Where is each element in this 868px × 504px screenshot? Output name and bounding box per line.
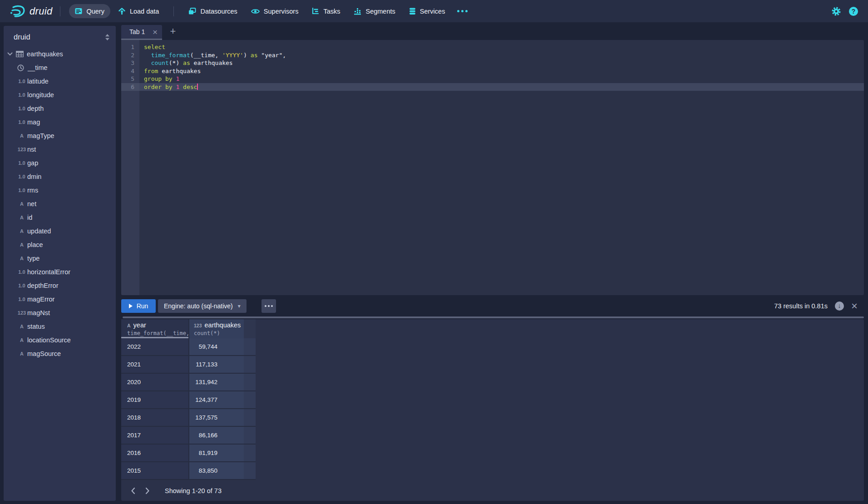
type-badge-float: 1.0 bbox=[17, 106, 27, 111]
type-badge-string: A bbox=[17, 228, 27, 234]
tree-item-updated[interactable]: Aupdated bbox=[4, 224, 116, 238]
cell-year[interactable]: 2016 bbox=[121, 445, 189, 462]
type-badge-string: A bbox=[17, 201, 27, 207]
navbar-right: ? bbox=[831, 6, 868, 16]
tree-item-earthquakes[interactable]: earthquakes bbox=[4, 47, 116, 61]
nav-item-tasks[interactable]: Tasks bbox=[306, 4, 346, 18]
tree-item-magType[interactable]: AmagType bbox=[4, 129, 116, 143]
column-label: gap bbox=[27, 159, 38, 167]
run-label: Run bbox=[137, 302, 148, 310]
tree-item-depthError[interactable]: 1.0depthError bbox=[4, 279, 116, 292]
cell-year[interactable]: 2020 bbox=[121, 374, 189, 391]
column-label: depth bbox=[27, 105, 44, 112]
tree-item-type[interactable]: Atype bbox=[4, 252, 116, 265]
cell-earthquakes[interactable]: 117,133 bbox=[189, 356, 244, 374]
cell-earthquakes[interactable]: 81,919 bbox=[189, 445, 244, 462]
tree-item-dmin[interactable]: 1.0dmin bbox=[4, 170, 116, 183]
sort-columns-icon[interactable] bbox=[104, 34, 110, 41]
nav-item-services[interactable]: Services bbox=[403, 4, 451, 18]
table-row: 2016 81,919 bbox=[121, 445, 864, 462]
type-badge-int: 123 bbox=[17, 147, 27, 152]
type-badge-string: A bbox=[17, 242, 27, 247]
tree-item-magSource[interactable]: AmagSource bbox=[4, 347, 116, 361]
sql-code[interactable]: select time_format(__time, 'YYYY') as "y… bbox=[139, 40, 864, 295]
tree-item-id[interactable]: Aid bbox=[4, 211, 116, 224]
type-badge-string: A bbox=[17, 351, 27, 356]
tree-item-latitude[interactable]: 1.0latitude bbox=[4, 74, 116, 88]
cell-earthquakes[interactable]: 83,850 bbox=[189, 462, 244, 480]
nav-item-datasources[interactable]: Datasources bbox=[182, 4, 243, 18]
tree-item-place[interactable]: Aplace bbox=[4, 238, 116, 252]
cell-year[interactable]: 2018 bbox=[121, 409, 189, 427]
code-line: select bbox=[139, 43, 864, 51]
nav-item-query[interactable]: Query bbox=[69, 4, 110, 18]
column-header-year[interactable]: Ayear time_format(__time, … bbox=[121, 319, 189, 338]
cell-earthquakes[interactable]: 131,942 bbox=[189, 374, 244, 391]
cell-earthquakes[interactable]: 137,575 bbox=[189, 409, 244, 427]
cell-year[interactable]: 2017 bbox=[121, 427, 189, 445]
tab-label: Tab 1 bbox=[129, 28, 145, 35]
brand-wordmark: druid bbox=[30, 5, 52, 17]
type-badge-float: 1.0 bbox=[17, 119, 27, 125]
cell-earthquakes[interactable]: 86,166 bbox=[189, 427, 244, 445]
gear-icon[interactable] bbox=[831, 6, 841, 16]
nav-item-segments[interactable]: Segments bbox=[348, 4, 401, 18]
download-icon[interactable]: ↓ bbox=[835, 301, 844, 311]
cell-earthquakes[interactable]: 59,744 bbox=[189, 338, 244, 356]
tree-item-longitude[interactable]: 1.0longitude bbox=[4, 88, 116, 102]
tree-item-net[interactable]: Anet bbox=[4, 197, 116, 211]
sidebar-header: druid bbox=[4, 26, 116, 45]
tasks-icon bbox=[312, 8, 319, 15]
close-results-icon[interactable]: × bbox=[851, 301, 858, 311]
sql-editor[interactable]: 1 2 3 4 5 6 select time_format(__time, '… bbox=[121, 40, 864, 295]
results-header: Ayear time_format(__time, … 123earthquak… bbox=[121, 319, 864, 338]
tree-item-horizontalError[interactable]: 1.0horizontalError bbox=[4, 265, 116, 279]
line-number: 2 bbox=[121, 51, 139, 59]
column-label: mag bbox=[27, 119, 40, 126]
tree-item-nst[interactable]: 123nst bbox=[4, 143, 116, 156]
prev-page-icon[interactable] bbox=[126, 485, 140, 497]
cell-year[interactable]: 2021 bbox=[121, 356, 189, 374]
tree-item-magError[interactable]: 1.0magError bbox=[4, 292, 116, 306]
tree-item-time[interactable]: __time bbox=[4, 61, 116, 74]
type-badge-string: A bbox=[17, 133, 27, 138]
cell-earthquakes[interactable]: 124,377 bbox=[189, 391, 244, 409]
tree-item-depth[interactable]: 1.0depth bbox=[4, 102, 116, 115]
column-header-earthquakes[interactable]: 123earthquakes count(*) bbox=[189, 319, 244, 338]
tree-item-rms[interactable]: 1.0rms bbox=[4, 183, 116, 197]
query-more-button[interactable] bbox=[261, 299, 276, 313]
column-label: magSource bbox=[27, 350, 61, 357]
tree-item-mag[interactable]: 1.0mag bbox=[4, 115, 116, 129]
tab-close-icon[interactable]: × bbox=[153, 28, 158, 36]
nav-more-button[interactable] bbox=[452, 10, 473, 12]
tree-item-magNst[interactable]: 123magNst bbox=[4, 306, 116, 320]
results-horizontal-scrollbar[interactable] bbox=[123, 316, 864, 318]
type-badge-float: 1.0 bbox=[17, 188, 27, 193]
cell-year[interactable]: 2022 bbox=[121, 338, 189, 356]
line-number: 3 bbox=[121, 59, 139, 67]
help-icon[interactable]: ? bbox=[849, 7, 858, 16]
nav-divider bbox=[60, 6, 60, 16]
sort-indicator bbox=[121, 337, 188, 338]
add-tab-button[interactable]: + bbox=[167, 25, 179, 39]
cell-year[interactable]: 2015 bbox=[121, 462, 189, 480]
run-button[interactable]: Run bbox=[121, 299, 156, 313]
line-number: 5 bbox=[121, 75, 139, 83]
engine-select[interactable]: Engine: auto (sql-native) ▾ bbox=[158, 299, 247, 313]
tree-item-gap[interactable]: 1.0gap bbox=[4, 156, 116, 170]
caret-down-icon: ▾ bbox=[238, 303, 241, 309]
table-row: 2021 117,133 bbox=[121, 356, 864, 374]
cell-year[interactable]: 2019 bbox=[121, 391, 189, 409]
column-label: magType bbox=[27, 132, 54, 139]
eye-icon bbox=[251, 8, 260, 15]
column-label: horizontalError bbox=[27, 268, 70, 276]
nav-item-label: Services bbox=[420, 8, 445, 15]
tree-item-status[interactable]: Astatus bbox=[4, 320, 116, 333]
results-panel: Ayear time_format(__time, … 123earthquak… bbox=[121, 319, 864, 501]
nav-item-load-data[interactable]: Load data bbox=[112, 4, 165, 18]
druid-logo[interactable]: druid bbox=[9, 5, 52, 18]
tree-item-locationSource[interactable]: AlocationSource bbox=[4, 333, 116, 347]
nav-item-supervisors[interactable]: Supervisors bbox=[245, 4, 305, 18]
next-page-icon[interactable] bbox=[140, 485, 155, 497]
query-tab-1[interactable]: Tab 1 × bbox=[121, 25, 162, 39]
